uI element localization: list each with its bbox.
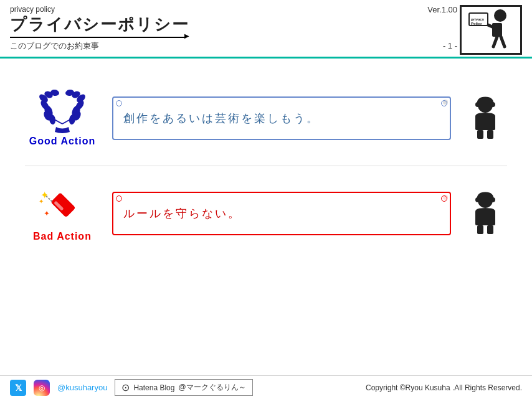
svg-rect-38 — [477, 225, 483, 234]
headset-person-icon-bad — [467, 192, 504, 235]
bad-action-textbox: ルールを守らない。 — [112, 192, 451, 235]
good-action-row: Good Action 創作をあるいは芸術を楽しもう。 — [25, 90, 507, 147]
site-label: privacy policy — [10, 5, 460, 14]
svg-point-26 — [490, 102, 495, 107]
bad-action-row: ✦ ✦ ✦ Bad Action ルールを守らない。 — [25, 185, 507, 242]
logo-figure: privacy Policy — [466, 8, 516, 52]
svg-rect-1 — [492, 23, 502, 37]
page-number: - 1 - — [443, 41, 457, 50]
blog-handle: @マークぐるりん～ — [178, 382, 245, 393]
blog-name: Hatena Blog — [133, 383, 174, 392]
bad-action-icon: ✦ ✦ ✦ Bad Action — [25, 185, 100, 242]
svg-text:Policy: Policy — [471, 22, 482, 26]
logo-box: privacy Policy — [460, 5, 522, 55]
corner-dot — [443, 100, 448, 105]
person-icon-good — [463, 96, 507, 140]
svg-rect-27 — [477, 130, 483, 139]
svg-point-36 — [475, 197, 480, 202]
good-action-text: 創作をあるいは芸術を楽しもう。 — [123, 111, 320, 126]
main-content: Good Action 創作をあるいは芸術を楽しもう。 — [0, 59, 532, 273]
svg-rect-29 — [50, 192, 75, 217]
hatena-icon: ⊙ — [121, 382, 130, 393]
title-underline — [10, 37, 184, 38]
bad-action-rocket-icon: ✦ ✦ ✦ — [37, 185, 87, 228]
good-action-icon: Good Action — [25, 90, 100, 147]
headset-person-icon-good — [467, 96, 504, 140]
svg-rect-39 — [487, 225, 493, 234]
svg-text:✦: ✦ — [44, 209, 50, 218]
svg-text:✦: ✦ — [39, 198, 44, 205]
person-icon-bad — [463, 192, 507, 235]
svg-rect-28 — [487, 130, 493, 139]
subtitle: このブログでのお約束事 — [10, 40, 460, 57]
logo-svg: privacy Policy — [466, 8, 516, 52]
twitter-icon[interactable]: 𝕏 — [10, 380, 26, 396]
version: Ver.1.00 — [427, 5, 457, 14]
header: privacy policy プライバシーポリシー このブログでのお約束事 — [0, 0, 532, 59]
twitter-handle: @kusuharyou — [57, 383, 107, 392]
laurel-wreath-icon — [37, 90, 87, 133]
svg-point-0 — [494, 9, 506, 22]
header-left: privacy policy プライバシーポリシー このブログでのお約束事 — [10, 5, 460, 57]
corner-dot-bad — [443, 195, 448, 200]
svg-point-25 — [475, 102, 480, 107]
footer: 𝕏 ◎ @kusuharyou ⊙ Hatena Blog @マークぐるりん～ … — [0, 375, 532, 399]
svg-text:privacy: privacy — [471, 17, 485, 21]
copyright: Copyright ©Ryou Kusuha .All Rights Reser… — [366, 383, 522, 392]
svg-line-4 — [501, 37, 505, 47]
good-action-label: Good Action — [29, 136, 95, 147]
hatena-blog-box[interactable]: ⊙ Hatena Blog @マークぐるりん～ — [115, 379, 252, 396]
row-divider — [25, 166, 507, 166]
svg-line-3 — [493, 37, 497, 47]
bad-action-label: Bad Action — [33, 231, 92, 242]
good-action-textbox: 創作をあるいは芸術を楽しもう。 — [112, 96, 451, 140]
bad-action-text: ルールを守らない。 — [123, 206, 241, 221]
svg-point-37 — [490, 197, 495, 202]
site-title: プライバシーポリシー — [10, 14, 460, 35]
instagram-icon[interactable]: ◎ — [34, 380, 50, 396]
